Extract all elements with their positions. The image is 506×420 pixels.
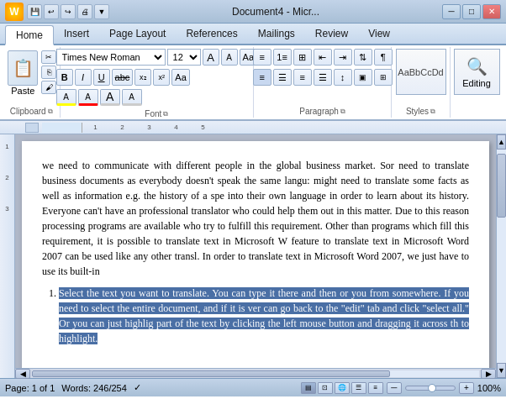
zoom-slider[interactable] [405, 386, 456, 391]
font-size-a-small-button[interactable]: A [122, 89, 142, 106]
underline-button[interactable]: U [93, 69, 110, 86]
borders-button[interactable]: ⊞ [374, 69, 393, 86]
increase-indent-button[interactable]: ⇥ [334, 49, 352, 66]
scroll-left-button[interactable]: ◀ [15, 369, 30, 379]
ruler-mark-2: 2 [109, 123, 136, 131]
numbering-button[interactable]: 1≡ [273, 49, 292, 66]
clipboard-actions: ✂ ⎘ 🖌 [41, 50, 56, 94]
multilevel-button[interactable]: ⊞ [293, 49, 312, 66]
align-center-button[interactable]: ☰ [273, 69, 292, 86]
tab-mailings[interactable]: Mailings [248, 24, 305, 44]
draft-button[interactable]: ≡ [368, 382, 383, 394]
font-label: Font ⧉ [145, 109, 168, 118]
vertical-scrollbar[interactable]: ▲ ▼ [496, 134, 506, 378]
font-color-button[interactable]: A [78, 89, 98, 106]
scroll-thumb-h[interactable] [32, 370, 390, 377]
document-area[interactable]: we need to communicate with different pe… [15, 134, 496, 368]
paragraph-expand[interactable]: ⧉ [340, 108, 345, 116]
maximize-button[interactable]: □ [462, 4, 481, 19]
font-size-select[interactable]: 12 [167, 49, 201, 66]
doc-paragraph-1: we need to communicate with different pe… [42, 158, 469, 279]
tab-insert[interactable]: Insert [54, 24, 99, 44]
shading-button[interactable]: ▣ [354, 69, 372, 86]
ruler-mark-4: 4 [163, 123, 190, 131]
tab-view[interactable]: View [358, 24, 400, 44]
cut-icon[interactable]: ✂ [41, 50, 56, 64]
editing-group: 🔍 Editing [451, 47, 503, 118]
strikethrough-button[interactable]: abc [112, 69, 134, 86]
subscript-button[interactable]: x₂ [134, 69, 151, 86]
font-expand[interactable]: ⧉ [163, 110, 168, 118]
font-row2: B I U abc x₂ x² Aa [56, 69, 190, 86]
ribbon: 📋 Paste ✂ ⎘ 🖌 Clipboard ⧉ Times New Roma… [0, 45, 506, 121]
editing-content: 🔍 Editing [454, 49, 500, 116]
window-title: Document4 - Micr... [109, 6, 442, 18]
highlighted-text: Select the text you want to translate. Y… [59, 287, 469, 344]
justify-button[interactable]: ☰ [314, 69, 332, 86]
bold-button[interactable]: B [56, 69, 73, 86]
font-row1: Times New Roman 12 A A Aa [56, 49, 257, 66]
font-name-select[interactable]: Times New Roman [56, 49, 166, 66]
change-case-button[interactable]: Aa [171, 69, 189, 86]
more-icon[interactable]: ▼ [94, 4, 109, 19]
para-row2: ≡ ☰ ≡ ☰ ↕ ▣ ⊞ [253, 69, 393, 86]
show-formatting-button[interactable]: ¶ [374, 49, 393, 66]
scroll-track-v[interactable] [497, 150, 506, 363]
horizontal-scrollbar[interactable]: ◀ ▶ [15, 368, 496, 378]
copy-icon[interactable]: ⎘ [41, 66, 56, 79]
superscript-button[interactable]: x² [153, 69, 170, 86]
clipboard-expand[interactable]: ⧉ [48, 108, 53, 116]
format-painter-icon[interactable]: 🖌 [41, 81, 56, 94]
minimize-button[interactable]: ─ [442, 4, 461, 19]
zoom-level: 100% [477, 383, 501, 393]
scroll-track-h[interactable] [32, 370, 479, 377]
status-left: Page: 1 of 1 Words: 246/254 ✓ [5, 382, 141, 393]
office-logo[interactable]: W [5, 3, 24, 21]
undo-icon[interactable]: ↩ [44, 4, 59, 19]
web-layout-button[interactable]: 🌐 [335, 382, 350, 394]
scroll-right-button[interactable]: ▶ [481, 369, 496, 379]
shrink-font-button[interactable]: A [221, 49, 238, 66]
zoom-thumb[interactable] [428, 384, 436, 392]
scroll-up-button[interactable]: ▲ [497, 134, 506, 150]
zoom-out-button[interactable]: ─ [387, 382, 402, 394]
content-area: 1 2 3 we need to communicate with differ… [0, 134, 506, 378]
decrease-indent-button[interactable]: ⇤ [314, 49, 332, 66]
highlight-color-button[interactable]: A [56, 89, 76, 106]
styles-expand[interactable]: ⧉ [430, 108, 435, 116]
align-right-button[interactable]: ≡ [293, 69, 312, 86]
grow-font-button[interactable]: A [203, 49, 219, 66]
scroll-thumb-v[interactable] [497, 154, 506, 218]
styles-gallery[interactable]: AaBbCcDd [396, 49, 446, 95]
zoom-in-button[interactable]: + [459, 382, 474, 394]
print-layout-button[interactable]: ▤ [301, 382, 316, 394]
full-screen-button[interactable]: ⊡ [318, 382, 333, 394]
save-icon[interactable]: 💾 [27, 4, 42, 19]
styles-content: AaBbCcDd [396, 49, 446, 105]
sort-button[interactable]: ⇅ [354, 49, 372, 66]
ruler-handle[interactable] [25, 123, 39, 133]
editing-box[interactable]: 🔍 Editing [454, 49, 500, 95]
align-left-button[interactable]: ≡ [253, 69, 271, 86]
paste-label: Paste [11, 86, 34, 96]
tab-references[interactable]: References [176, 24, 247, 44]
paragraph-content: ≡ 1≡ ⊞ ⇤ ⇥ ⇅ ¶ ≡ ☰ ≡ ☰ ↕ ▣ ⊞ [253, 49, 393, 105]
ribbon-tabs: Home Insert Page Layout References Maili… [0, 24, 506, 45]
outline-button[interactable]: ☰ [351, 382, 366, 394]
spell-icon[interactable]: ✓ [134, 382, 141, 393]
tab-home[interactable]: Home [5, 25, 54, 45]
redo-icon[interactable]: ↪ [61, 4, 76, 19]
close-button[interactable]: ✕ [482, 4, 501, 19]
paste-button[interactable]: 📋 Paste [6, 49, 40, 97]
print-icon[interactable]: 🖨 [77, 4, 92, 19]
bullets-button[interactable]: ≡ [253, 49, 271, 66]
italic-button[interactable]: I [75, 69, 92, 86]
font-size-a-button[interactable]: A [100, 89, 120, 106]
font-group: Times New Roman 12 A A Aa B I U abc x₂ x… [61, 47, 255, 118]
scroll-down-button[interactable]: ▼ [497, 363, 506, 378]
doc-list: Select the text you want to translate. Y… [59, 286, 469, 346]
doc-list-item-1: Select the text you want to translate. Y… [59, 286, 469, 346]
line-spacing-button[interactable]: ↕ [334, 69, 352, 86]
tab-page-layout[interactable]: Page Layout [99, 24, 176, 44]
tab-review[interactable]: Review [305, 24, 358, 44]
